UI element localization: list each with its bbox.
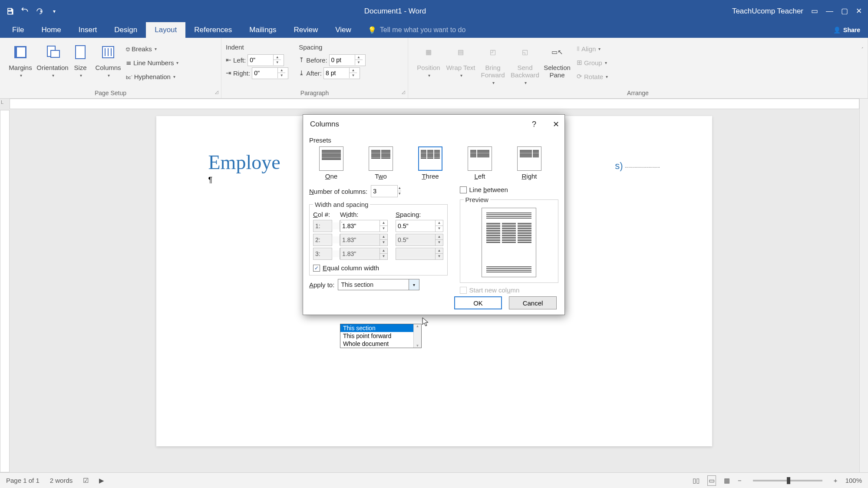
print-layout-icon[interactable]: ▭ (707, 475, 716, 486)
indent-left-icon: ⇤ (226, 56, 231, 64)
tab-references[interactable]: References (185, 22, 241, 38)
preset-left[interactable]: Left (464, 146, 496, 180)
ribbon-tabs: File Home Insert Design Layout Reference… (0, 22, 868, 38)
tab-insert[interactable]: Insert (70, 22, 106, 38)
maximize-icon[interactable]: ▢ (841, 7, 848, 16)
lightbulb-icon: 💡 (368, 26, 376, 34)
zoom-level[interactable]: 100% (845, 477, 862, 484)
dialog-launcher-icon[interactable]: ◿ (215, 90, 218, 94)
dialog-launcher-icon[interactable]: ◿ (402, 90, 405, 94)
selection-pane-button[interactable]: ▭↖Selection Pane (541, 40, 573, 80)
tab-selector[interactable]: L (1, 100, 3, 105)
spacing-header: Spacing: (396, 211, 443, 218)
chevron-down-icon: ▾ (80, 73, 82, 78)
undo-icon[interactable] (20, 7, 30, 16)
dropdown-scrollbar[interactable]: ▲▼ (413, 324, 421, 348)
col-1-width[interactable]: ▲▼ (340, 220, 388, 232)
proofing-icon[interactable]: ☑ (83, 477, 89, 485)
preset-one[interactable]: OOnene (315, 146, 347, 180)
spacing-after-input[interactable]: ▲▼ (323, 67, 360, 79)
margins-button[interactable]: Margins ▾ (4, 40, 36, 80)
save-icon[interactable] (5, 7, 15, 16)
col-1-spacing[interactable]: ▲▼ (396, 220, 443, 232)
columns-dialog: Columns ? ✕ Presets OOnene Two Three Lef… (303, 114, 565, 315)
indent-right-icon: ⇥ (226, 69, 231, 77)
indent-right-label: Right: (233, 70, 250, 77)
size-button[interactable]: Size ▾ (69, 40, 92, 80)
tab-layout[interactable]: Layout (146, 22, 185, 38)
tab-view[interactable]: View (327, 22, 360, 38)
qat-customize-icon[interactable]: ▾ (50, 7, 59, 16)
apply-to-value: This section (338, 281, 409, 288)
hyphenation-button[interactable]: bc-Hyphenation▾ (126, 70, 178, 83)
collapse-ribbon-icon[interactable]: ˏ (858, 40, 866, 96)
dialog-titlebar[interactable]: Columns ? ✕ (303, 115, 564, 134)
col-3-spacing: ▲▼ (396, 248, 443, 260)
indent-right-input[interactable]: ▲▼ (252, 67, 288, 79)
share-button[interactable]: 👤 Share (825, 22, 868, 38)
vertical-scrollbar[interactable] (859, 99, 868, 472)
tab-home[interactable]: Home (33, 22, 69, 38)
indent-left-label: Left: (233, 56, 246, 64)
close-icon[interactable]: ✕ (550, 118, 562, 130)
vertical-ruler[interactable] (0, 110, 10, 472)
zoom-out-icon[interactable]: − (738, 477, 742, 484)
word-count[interactable]: 2 words (50, 477, 73, 484)
preview-legend: Preview (464, 196, 490, 203)
line-numbers-button[interactable]: ≣Line Numbers▾ (126, 56, 178, 69)
option-this-point-forward[interactable]: This point forward (340, 332, 421, 340)
share-label: Share (843, 27, 860, 33)
orientation-button[interactable]: Orientation ▾ (36, 40, 69, 80)
ribbon-display-icon[interactable]: ▭ (811, 7, 818, 16)
tab-design[interactable]: Design (106, 22, 146, 38)
align-icon: ⫴ (577, 45, 580, 53)
chevron-down-icon: ▾ (176, 60, 178, 65)
spacing-before-icon: ⤒ (299, 56, 304, 64)
apply-to-dropdown[interactable]: This section This point forward Whole do… (340, 324, 422, 348)
preset-three[interactable]: Three (414, 146, 446, 180)
chevron-down-icon[interactable]: ▾ (409, 279, 419, 290)
presets-row: OOnene Two Three Left Right (309, 146, 558, 180)
option-whole-document[interactable]: Whole document (340, 340, 421, 348)
orientation-label: Orientation (36, 64, 68, 71)
zoom-slider[interactable] (753, 480, 822, 481)
share-icon: 👤 (833, 27, 841, 33)
tab-file[interactable]: File (3, 22, 33, 38)
group-page-setup: Margins ▾ Orientation ▾ Size ▾ Columns ▾… (0, 38, 221, 98)
tab-review[interactable]: Review (285, 22, 327, 38)
breaks-button[interactable]: ⎊Breaks▾ (126, 42, 178, 55)
columns-button[interactable]: Columns ▾ (92, 40, 124, 80)
ok-button[interactable]: OK (454, 296, 502, 309)
tell-me-search[interactable]: 💡 Tell me what you want to do (368, 22, 465, 38)
minimize-icon[interactable]: — (826, 7, 833, 16)
spacing-before-input[interactable]: ▲▼ (329, 54, 366, 66)
bring-forward-button: ◰Bring Forward▾ (477, 40, 509, 87)
equal-width-checkbox[interactable]: ✓ Equal column width (313, 264, 444, 272)
num-cols-input[interactable]: ▲▼ (371, 185, 398, 197)
tab-mailings[interactable]: Mailings (241, 22, 285, 38)
indent-left-input[interactable]: ▲▼ (248, 54, 284, 66)
chevron-down-icon: ▾ (20, 73, 22, 78)
group-arrange: ▦Position▾ ▤Wrap Text▾ ◰Bring Forward▾ ◱… (408, 38, 868, 98)
spacing-before-label: Before: (306, 56, 327, 64)
page-status[interactable]: Page 1 of 1 (6, 477, 40, 484)
cancel-button[interactable]: Cancel (509, 296, 557, 309)
send-backward-button: ◱Send Backward▾ (509, 40, 541, 87)
web-layout-icon[interactable]: ▦ (724, 477, 730, 485)
close-icon[interactable]: ✕ (856, 7, 862, 16)
preset-two[interactable]: Two (365, 146, 397, 180)
macro-icon[interactable]: ▶ (99, 477, 104, 485)
option-this-section[interactable]: This section (340, 324, 421, 332)
group-label-item: Group (584, 59, 602, 66)
read-mode-icon[interactable]: ▯▯ (693, 477, 700, 485)
horizontal-ruler[interactable] (10, 99, 859, 109)
apply-to-combo[interactable]: This section ▾ (338, 279, 419, 290)
preset-right[interactable]: Right (513, 146, 545, 180)
redo-icon[interactable] (35, 7, 44, 16)
svg-rect-1 (51, 50, 59, 57)
zoom-in-icon[interactable]: + (834, 477, 838, 484)
breaks-icon: ⎊ (126, 45, 130, 53)
width-spacing-group: Width and spacing Col #: Width: Spacing:… (309, 201, 448, 276)
line-between-checkbox[interactable]: Line between (460, 186, 559, 193)
help-icon[interactable]: ? (528, 118, 540, 130)
